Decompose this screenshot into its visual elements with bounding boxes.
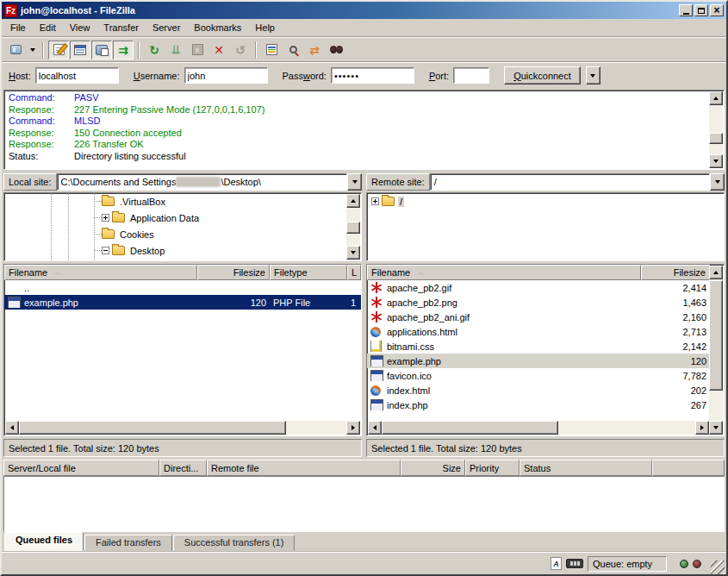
tree-expander[interactable] (102, 214, 109, 222)
column-header-lastmodified[interactable]: L (347, 265, 361, 280)
column-header-filename[interactable]: Filename (4, 265, 197, 280)
column-header-filesize[interactable]: Filesize (197, 265, 270, 280)
scroll-down-button[interactable] (709, 421, 723, 435)
toggle-message-log-button[interactable] (48, 41, 69, 59)
refresh-button[interactable]: ↻ (144, 41, 165, 59)
close-button[interactable]: × (710, 4, 724, 16)
site-manager-dropdown[interactable] (27, 41, 38, 59)
menu-item[interactable]: Bookmarks (187, 21, 248, 34)
local-site-dropdown[interactable] (347, 173, 362, 191)
file-row[interactable]: apache_pb2.png 1,463 (367, 295, 710, 310)
queue-tab[interactable]: Failed transfers (84, 535, 172, 551)
file-row[interactable]: example.php 120 (367, 354, 710, 368)
local-tree-scrollbar[interactable] (346, 194, 360, 260)
menu-item[interactable]: Transfer (96, 21, 146, 34)
maximize-button[interactable] (694, 4, 708, 16)
transfer-type-icon[interactable]: A (551, 557, 562, 570)
site-manager-button[interactable] (5, 41, 26, 59)
remote-list-hscrollbar[interactable] (368, 421, 709, 435)
scroll-thumb[interactable] (709, 133, 723, 144)
resize-grip[interactable] (711, 560, 725, 574)
toggle-remote-tree-button[interactable] (91, 41, 112, 59)
directory-comparison-button[interactable] (283, 41, 303, 59)
local-list-hscrollbar[interactable] (5, 421, 360, 435)
file-row[interactable]: bitnami.css 2,142 (367, 339, 710, 354)
log-scrollbar[interactable] (709, 91, 723, 168)
remote-site-combo[interactable]: / (430, 173, 710, 191)
scroll-up-button[interactable] (709, 91, 723, 105)
file-row[interactable]: index.html 202 (367, 383, 710, 398)
queue-tab[interactable]: Queued files (4, 532, 84, 551)
cancel-button[interactable]: x (187, 41, 208, 59)
column-header-priority[interactable]: Priority (465, 460, 520, 476)
tree-expander[interactable] (102, 247, 109, 254)
sort-asc-icon (417, 271, 424, 275)
directory-filters-button[interactable] (261, 41, 282, 59)
file-row[interactable]: applications.html 2,713 (367, 324, 710, 339)
menu-item[interactable]: Help (248, 21, 282, 34)
host-input[interactable] (35, 67, 119, 84)
column-header-status[interactable]: Status (520, 460, 652, 476)
toggle-queue-button[interactable]: ⇉ (113, 41, 134, 59)
quickconnect-dropdown[interactable] (586, 66, 600, 85)
scroll-right-button[interactable] (695, 421, 709, 435)
minimize-button[interactable] (679, 4, 693, 16)
scroll-thumb[interactable] (709, 280, 723, 391)
tree-item[interactable]: Application Data (94, 210, 361, 226)
scroll-right-button[interactable] (346, 421, 360, 435)
log-line: Command: MLSD (4, 116, 724, 128)
scroll-left-button[interactable] (5, 421, 19, 435)
menu-item[interactable]: Server (146, 21, 187, 34)
find-files-button[interactable] (326, 41, 346, 59)
column-header-filetype[interactable]: Filetype (270, 265, 347, 280)
speed-limits-icon[interactable] (566, 559, 583, 568)
scroll-up-button[interactable] (346, 194, 360, 208)
column-header-size[interactable]: Size (401, 460, 465, 476)
reconnect-button[interactable]: ↺ (230, 41, 251, 59)
toggle-local-tree-button[interactable] (70, 41, 90, 59)
tree-item[interactable]: / (371, 193, 724, 210)
local-site-combo[interactable]: C:\Documents and Settings\Desktop\ (57, 173, 347, 191)
remote-site-dropdown[interactable] (710, 173, 725, 191)
scroll-down-button[interactable] (346, 246, 360, 260)
column-header-remote-file[interactable]: Remote file (207, 460, 401, 476)
local-pane: Local site: C:\Documents and Settings\De… (3, 172, 362, 457)
file-row[interactable]: favicon.ico 7,782 (367, 368, 710, 383)
file-row[interactable]: index.php 267 (367, 398, 710, 412)
process-queue-button[interactable]: ⇊ (165, 41, 186, 59)
scroll-thumb[interactable] (19, 421, 286, 435)
tree-expander[interactable] (371, 197, 379, 205)
scroll-down-button[interactable] (709, 154, 723, 168)
port-input[interactable] (453, 67, 489, 84)
quickconnect-button[interactable]: Quickconnect (504, 66, 581, 85)
username-input[interactable] (184, 67, 268, 84)
tree-item[interactable]: .VirtualBox (94, 193, 361, 210)
queue-list[interactable] (3, 476, 725, 532)
password-input[interactable] (331, 67, 414, 84)
tree-item[interactable]: Cookies (94, 226, 361, 242)
tree-item[interactable]: Desktop (94, 242, 361, 259)
menu-item[interactable]: View (63, 21, 97, 34)
log-text: 150 Connection accepted (74, 128, 182, 140)
file-row[interactable]: .. (4, 280, 361, 295)
column-header-filesize[interactable]: Filesize (641, 265, 710, 280)
file-row[interactable]: example.php 120 PHP File 1 (4, 295, 361, 310)
remote-list-vscrollbar[interactable] (709, 266, 723, 435)
scroll-up-button[interactable] (709, 266, 723, 279)
disconnect-button[interactable]: ✕ (208, 41, 229, 59)
title-bar[interactable]: Fz john@localhost - FileZilla × (2, 2, 726, 19)
file-row[interactable]: apache_pb2_ani.gif 2,160 (367, 310, 710, 324)
scroll-left-button[interactable] (368, 421, 382, 435)
queue-tab[interactable]: Successful transfers (1) (173, 535, 296, 551)
arrow-up-icon (713, 271, 719, 274)
column-header-direction[interactable]: Directi... (159, 460, 207, 476)
file-row[interactable]: apache_pb2.gif 2,414 (367, 280, 710, 295)
scroll-thumb[interactable] (382, 421, 558, 435)
column-header-filename[interactable]: Filename (367, 265, 641, 280)
menu-item[interactable]: Edit (33, 21, 63, 34)
activity-led-red (693, 560, 701, 568)
scroll-thumb[interactable] (346, 222, 360, 234)
synchronized-browsing-button[interactable]: ⇄ (304, 41, 325, 59)
column-header-server-local-file[interactable]: Server/Local file (3, 460, 159, 476)
menu-item[interactable]: File (3, 21, 33, 34)
